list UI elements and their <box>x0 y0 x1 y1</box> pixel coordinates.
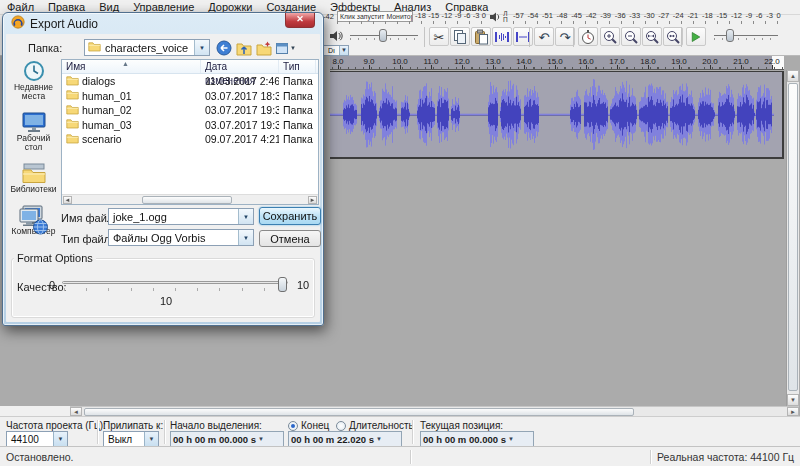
meter-scale-number: -57 <box>513 11 524 20</box>
column-header-1[interactable]: Дата изменения <box>201 60 279 73</box>
zoom-out-icon[interactable] <box>621 27 641 46</box>
file-name: human_03 <box>62 118 201 131</box>
file-type: Папка с ф <box>279 104 316 116</box>
meter-scale-number: -18 <box>702 11 713 20</box>
meter-scale-number: -39 <box>600 11 611 20</box>
meter-scale-number: -24 <box>673 11 684 20</box>
views-menu-icon[interactable]: ▼ <box>274 39 298 57</box>
place-item-0[interactable]: Недавниеместа <box>7 59 60 101</box>
file-row-human_01[interactable]: human_0103.07.2017 18:35Папка с ф <box>62 89 318 104</box>
scroll-left-button[interactable]: ◄ <box>70 407 82 416</box>
file-name: dialogs <box>62 75 201 88</box>
filetype-dropdown[interactable]: Файлы Ogg Vorbis▼ <box>108 229 254 246</box>
project-rate-label: Частота проекта (Гц): <box>6 420 106 431</box>
device-channels-dropdown[interactable]: Dı▼ <box>323 45 349 56</box>
timeline-ruler[interactable]: 8.09.010.011.012.013.014.015.016.017.018… <box>330 56 784 70</box>
redo-icon[interactable]: ↷ <box>555 27 575 46</box>
file-type: Папка с ф <box>279 119 316 131</box>
column-header-0[interactable]: Имя▲ <box>62 60 201 73</box>
timeline-tick <box>431 65 432 69</box>
paste-icon[interactable] <box>471 27 491 46</box>
file-list-header[interactable]: Имя▲Дата измененияТип <box>62 60 318 74</box>
radio-end[interactable]: Конец <box>288 420 329 431</box>
list-hscrollbar-thumb[interactable] <box>142 196 232 204</box>
vertical-scrollbar[interactable]: ▲ ▼ <box>786 70 799 406</box>
up-one-level-icon[interactable] <box>235 39 253 57</box>
playback-meter-speaker-icon[interactable] <box>490 12 501 24</box>
radio-length[interactable]: Длительность <box>336 420 414 431</box>
output-volume-slider[interactable] <box>346 28 422 43</box>
folder-label: Папка: <box>28 42 62 54</box>
output-volume-slider-thumb[interactable] <box>379 29 387 42</box>
silence-audio-icon[interactable] <box>513 27 533 46</box>
scroll-right-button[interactable]: ► <box>787 407 799 416</box>
quality-slider[interactable] <box>60 277 290 293</box>
place-item-2[interactable]: Библиотеки <box>7 161 60 194</box>
selection-toolbar: Частота проекта (Гц): 44100▼ Прилипать к… <box>0 416 800 446</box>
new-folder-icon[interactable] <box>255 39 273 57</box>
file-list-hscrollbar[interactable]: ◄ ► <box>62 194 318 204</box>
save-button[interactable]: Сохранить <box>259 207 321 225</box>
file-row-scenario[interactable]: scenario09.07.2017 4:21Папка с ф <box>62 132 318 147</box>
vertical-scrollbar-thumb[interactable] <box>788 83 798 391</box>
dialog-title-bar[interactable]: Export Audio <box>3 13 323 34</box>
copy-icon[interactable] <box>450 27 470 46</box>
playback-meter-ruler <box>513 21 781 24</box>
scroll-down-button[interactable]: ▼ <box>787 394 799 406</box>
meter-scale-number: -12 <box>441 11 452 20</box>
playback-meter-scale[interactable]: -57-54-51-48-45-42-39-36-33-30-27-24-21-… <box>513 11 781 20</box>
horizontal-scrollbar-thumb[interactable] <box>84 408 634 416</box>
file-row-human_03[interactable]: human_0303.07.2017 19:39Папка с ф <box>62 118 318 133</box>
selection-end-field[interactable]: 00 h 00 m 22.020 s▼ <box>288 431 402 447</box>
meter-scale-number: 0 <box>482 11 486 20</box>
meter-scale-number: -6 <box>756 11 763 20</box>
folder-icon <box>66 118 79 131</box>
list-scroll-left-button[interactable]: ◄ <box>63 196 72 204</box>
zoom-selection-icon[interactable] <box>642 27 662 46</box>
folder-icon <box>66 89 79 102</box>
meter-scale-number: -51 <box>542 11 553 20</box>
cancel-button[interactable]: Отмена <box>259 230 321 247</box>
audacity-window: ФайлПравкаВидУправлениеДорожкиСозданиеЭф… <box>0 0 800 466</box>
zoom-in-icon[interactable] <box>600 27 620 46</box>
list-scroll-right-button[interactable]: ► <box>308 196 317 204</box>
column-header-2[interactable]: Тип <box>279 60 316 73</box>
play-at-speed-button[interactable] <box>686 27 706 46</box>
undo-icon[interactable]: ↶ <box>534 27 554 46</box>
file-list[interactable]: Имя▲Дата измененияТип dialogs11.03.2017 … <box>61 59 319 205</box>
horizontal-scrollbar[interactable]: ◄ ► <box>70 406 799 416</box>
meter-scale-number: 0 <box>777 11 781 20</box>
file-row-dialogs[interactable]: dialogs11.03.2017 2:46Папка с ф <box>62 74 318 89</box>
file-type: Папка с ф <box>279 133 316 145</box>
folder-dropdown[interactable]: characters_voice ▼ <box>84 39 210 56</box>
file-row-human_02[interactable]: human_0203.07.2017 19:39Папка с ф <box>62 103 318 118</box>
stopwatch-icon[interactable] <box>578 27 598 46</box>
timeline-tick <box>741 65 742 69</box>
project-rate-dropdown[interactable]: 44100▼ <box>6 431 68 447</box>
place-item-1[interactable]: Рабочийстол <box>7 110 60 152</box>
zoom-fit-icon[interactable] <box>663 27 683 46</box>
cut-icon[interactable]: ✂ <box>429 27 449 46</box>
snap-to-dropdown[interactable]: Выкл▼ <box>103 431 159 447</box>
svg-text:↷: ↷ <box>560 29 572 44</box>
selection-start-field[interactable]: 00 h 00 m 00.000 s▼ <box>170 431 284 447</box>
quality-slider-thumb[interactable] <box>278 277 287 292</box>
scroll-up-button[interactable]: ▲ <box>787 70 799 82</box>
filename-input[interactable]: joke_1.ogg▼ <box>108 208 254 225</box>
svg-text:↶: ↶ <box>539 29 550 44</box>
output-volume-speaker-icon <box>330 30 343 44</box>
record-meter-scale[interactable]: -18-15-12-9-6-30 <box>415 11 486 20</box>
record-meter-ruler <box>337 21 486 24</box>
play-speed-slider[interactable] <box>710 28 782 43</box>
meter-scale-number: -15 <box>716 11 727 20</box>
play-speed-slider-thumb[interactable] <box>726 29 734 42</box>
timeline-tick <box>400 65 401 69</box>
current-position-field[interactable]: 00 h 00 m 00.000 s▼ <box>420 431 534 447</box>
folder-icon <box>66 75 79 88</box>
close-icon[interactable]: ✕ <box>285 13 315 28</box>
audio-track-waveform[interactable] <box>330 71 784 159</box>
meter-scale-number: -21 <box>687 11 698 20</box>
back-icon[interactable] <box>215 39 233 57</box>
timeline-tick <box>648 65 649 69</box>
trim-audio-icon[interactable] <box>492 27 512 46</box>
